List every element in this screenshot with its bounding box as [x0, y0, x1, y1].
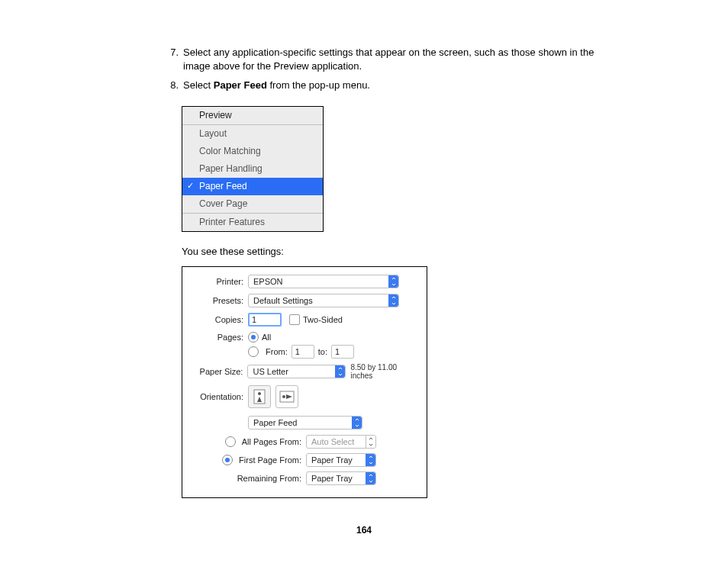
copies-input[interactable]: 1 [248, 313, 282, 327]
updown-icon [352, 417, 362, 429]
popup-item-cover-page[interactable]: Cover Page [182, 195, 323, 213]
svg-point-1 [258, 392, 261, 395]
printer-select[interactable]: EPSON [248, 275, 399, 288]
remaining-from-label: Remaining From: [237, 474, 301, 483]
presets-label: Presets: [188, 296, 248, 305]
updown-icon [388, 275, 398, 288]
updown-icon [335, 365, 345, 378]
svg-point-3 [282, 395, 285, 398]
two-sided-checkbox[interactable] [289, 314, 300, 325]
orientation-landscape-button[interactable] [275, 385, 298, 408]
popup-item-printer-features[interactable]: Printer Features [182, 214, 323, 231]
pages-to-label: to: [318, 347, 327, 356]
first-page-from-label: First Page From: [239, 455, 301, 465]
printer-label: Printer: [188, 277, 248, 286]
pages-from-label: From: [266, 347, 288, 356]
updown-icon [366, 436, 375, 448]
pages-from-radio[interactable] [248, 346, 259, 357]
two-sided-label: Two-Sided [303, 315, 343, 324]
presets-select[interactable]: Default Settings [248, 294, 399, 307]
step-7: 7. Select any application-specific setti… [163, 46, 606, 72]
paper-size-note: 8.50 by 11.00 inches [350, 363, 420, 380]
updown-icon [366, 454, 375, 466]
first-page-from-radio[interactable] [222, 455, 233, 465]
landscape-icon [279, 391, 295, 403]
step-8: 8. Select Paper Feed from the pop-up men… [163, 79, 606, 92]
page-number: 164 [0, 525, 728, 536]
popup-item-color-matching[interactable]: Color Matching [182, 143, 323, 160]
copies-label: Copies: [188, 315, 248, 324]
popup-item-paper-feed[interactable]: Paper Feed [182, 178, 323, 195]
pages-from-input[interactable]: 1 [292, 345, 314, 359]
all-pages-from-select[interactable]: Auto Select [306, 435, 376, 449]
pages-all-radio[interactable] [248, 332, 259, 343]
popup-item-layout[interactable]: Layout [182, 125, 323, 143]
print-dialog-figure: Printer: EPSON Presets: Default Settings [182, 266, 427, 498]
section-select[interactable]: Paper Feed [248, 416, 362, 429]
popup-item-preview[interactable]: Preview [182, 107, 323, 124]
popup-item-paper-handling[interactable]: Paper Handling [182, 160, 323, 178]
pages-all-label: All [262, 333, 271, 342]
popup-menu-figure: Preview Layout Color Matching Paper Hand… [182, 106, 324, 232]
all-pages-from-radio[interactable] [225, 436, 236, 447]
paper-size-select[interactable]: US Letter [247, 365, 346, 378]
all-pages-from-label: All Pages From: [242, 437, 301, 446]
orientation-portrait-button[interactable] [248, 385, 271, 408]
pages-label: Pages: [188, 333, 248, 342]
orientation-label: Orientation: [188, 392, 248, 401]
first-page-from-select[interactable]: Paper Tray [306, 453, 376, 467]
lead-text: You see these settings: [182, 246, 606, 257]
pages-to-input[interactable]: 1 [331, 345, 354, 359]
updown-icon [388, 294, 398, 307]
paper-size-label: Paper Size: [188, 367, 247, 376]
updown-icon [366, 472, 375, 484]
portrait-icon [253, 389, 266, 404]
remaining-from-select[interactable]: Paper Tray [306, 471, 376, 485]
